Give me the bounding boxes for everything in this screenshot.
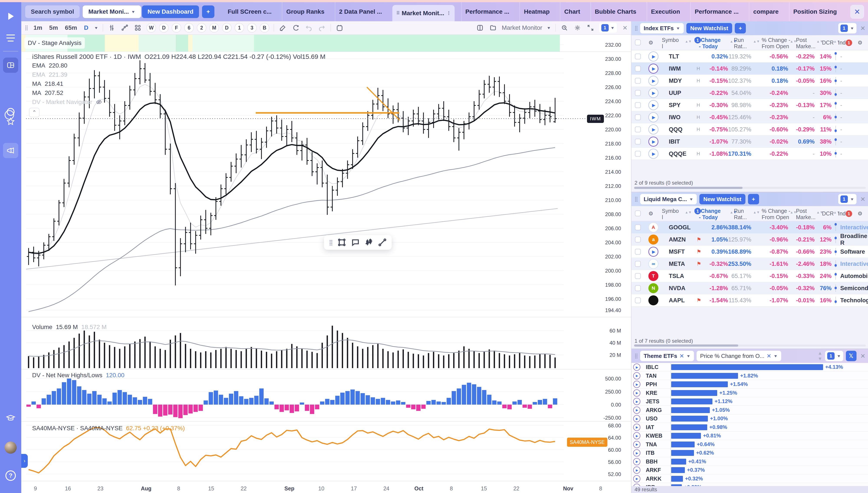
watchlist-row-googl[interactable]: AGOOGL2.86%388.14%-3.40%-0.18%6%Interact… (632, 221, 868, 234)
add-dashboard-button[interactable]: + (202, 5, 214, 18)
tab-heatmap[interactable]: Heatmap (520, 2, 553, 21)
chart-play-icon[interactable]: ▶ (648, 247, 658, 257)
row-checkbox[interactable] (635, 261, 641, 267)
watchlist1-count-dropdown[interactable]: 1▼ (838, 23, 856, 34)
watchlist-row-meta[interactable]: ∞META⚑-0.32%253.50%-1.61%-2.46%18%Intera… (632, 258, 868, 270)
col-change-open[interactable]: % Change -From Open (762, 37, 790, 49)
watchlist2-count-dropdown[interactable]: 1▼ (838, 194, 856, 205)
panel-expander-button[interactable]: › (21, 454, 28, 468)
period-button-3[interactable]: 3 (247, 23, 257, 33)
theme-row-kre[interactable]: ▶KRE+1.25% (632, 389, 868, 397)
drag-handle-icon[interactable]: ⣿ (25, 25, 28, 30)
layout-grid-icon[interactable] (134, 23, 142, 32)
select-all-checkbox[interactable] (635, 211, 641, 216)
chart-play-icon[interactable]: ▶ (633, 475, 640, 483)
watchlist-row-tsla[interactable]: TTSLA-0.67%65.17%-0.15%-0.33%24%Automobi… (632, 270, 868, 282)
app-logo-icon[interactable] (3, 9, 18, 24)
watchlist1-dropdown[interactable]: Index ETFs▼ (640, 23, 684, 34)
row-checkbox[interactable] (635, 273, 641, 279)
sidebar-item-education[interactable] (3, 410, 18, 426)
close-icon[interactable]: ✕ (861, 196, 865, 203)
timeframe-daily[interactable]: D (83, 24, 90, 31)
collapse-pane-button[interactable]: ⌃ (29, 108, 40, 117)
period-button-2[interactable]: 2 (197, 23, 206, 33)
theme-row-bbh[interactable]: ▶BBH+0.41% (632, 457, 868, 466)
undo-icon[interactable] (304, 23, 313, 32)
period-button-1[interactable]: 1 (234, 23, 244, 33)
refresh-icon[interactable] (292, 23, 300, 32)
chart-play-icon[interactable]: ▶ (633, 458, 640, 465)
watchlist-row-tlt[interactable]: ▶TLT0.32%119.32%-0.56%-0.22%14%- (632, 50, 868, 63)
period-button-f[interactable]: F (172, 23, 181, 33)
chart-count-dropdown[interactable]: 1 ▼ (599, 23, 617, 33)
col-symbol[interactable]: Symbol (662, 37, 679, 49)
sidebar-item-dashboards[interactable] (3, 58, 18, 73)
theme-row-kweb[interactable]: ▶KWEB+0.81% (632, 431, 868, 440)
row-checkbox[interactable] (635, 224, 641, 230)
tab-compare[interactable]: compare (749, 2, 782, 21)
folder-icon[interactable] (489, 23, 497, 32)
chart-play-icon[interactable]: ▶ (633, 381, 640, 388)
row-checkbox[interactable] (635, 297, 641, 303)
trendline-tool-icon[interactable] (378, 238, 387, 247)
tab-performance-[interactable]: Performance ... (690, 2, 743, 21)
row-checkbox[interactable] (635, 102, 641, 108)
tab-position-sizing[interactable]: Position Sizing (789, 2, 841, 21)
period-button-b[interactable]: B (260, 23, 269, 33)
row-checkbox[interactable] (635, 90, 641, 96)
stage-analysis-label[interactable]: DV - Stage Analysis (24, 37, 85, 49)
watchlist-row-uup[interactable]: ▶UUP-0.22%54.04%-0.24%-30%- (632, 87, 868, 99)
watchlist-row-ibit[interactable]: ▶IBIT-1.07%77.30%-0.02%0.69%38%- (632, 135, 868, 148)
theme-count-dropdown[interactable]: 1▼ (825, 351, 843, 361)
timeframe-1m[interactable]: 1m (32, 24, 43, 31)
replay-search-icon[interactable] (560, 23, 569, 32)
row-checkbox[interactable] (635, 151, 641, 156)
col-change-today[interactable]: 1 % Change - Today (694, 37, 721, 49)
col-run-rate[interactable]: RunRat... (734, 208, 747, 220)
legend-ema1[interactable]: EMA220.80 (32, 62, 67, 69)
watchlist-row-nvda[interactable]: NNVDA-1.28%65.71%-0.05%-0.32%76%Semicond… (632, 282, 868, 294)
chart-play-icon[interactable]: ▶ (633, 432, 640, 440)
theme-row-ibb[interactable]: ▶IBB+0.29% (632, 483, 868, 486)
timeframe-5m[interactable]: 5m (48, 24, 59, 31)
new-dashboard-button[interactable]: New Dashboard (142, 5, 199, 18)
watchlist-row-iwm[interactable]: ▶IWMH-0.14%89.29%0.18%-0.17%15%- (632, 63, 868, 75)
row-checkbox[interactable] (635, 249, 641, 255)
chart-play-icon[interactable]: ▶ (648, 100, 658, 110)
pattern-tool-icon[interactable] (365, 238, 373, 247)
tab-performance-[interactable]: Performance ... (461, 2, 513, 21)
legend-ma1[interactable]: MA218.41 (32, 80, 63, 87)
tab-2-data-panel-[interactable]: 2 Data Panel ... (335, 2, 386, 21)
tab-execution[interactable]: Execution (647, 2, 684, 21)
theme-row-iblc[interactable]: ▶IBLC+4.13% (632, 363, 868, 371)
tab-bubble-charts[interactable]: Bubble Charts (591, 2, 640, 21)
workspace-name[interactable]: Market Monitor (502, 24, 542, 31)
chart-play-icon[interactable]: ▶ (648, 51, 658, 62)
remove-filter-icon[interactable]: ✕ (680, 353, 684, 360)
comment-tool-icon[interactable] (351, 238, 360, 247)
dashboard-dropdown[interactable]: Market Moni... ▼ (83, 5, 141, 18)
select-all-checkbox[interactable] (635, 40, 641, 45)
period-button-d[interactable]: D (222, 23, 231, 33)
chart-play-icon[interactable]: ▶ (633, 364, 640, 371)
col-post-market[interactable]: PostMarke... (796, 37, 816, 49)
row-checkbox[interactable] (635, 53, 641, 59)
col-symbol[interactable]: Symbol (662, 208, 679, 220)
new-watchlist-button[interactable]: New Watchlist (686, 23, 732, 34)
chart-play-icon[interactable]: ▶ (633, 407, 640, 414)
row-checkbox[interactable] (635, 138, 641, 145)
tab-chart[interactable]: Chart (560, 2, 584, 21)
gear-icon[interactable]: ⚙ (858, 211, 862, 217)
theme-row-itb[interactable]: ▶ITB+0.62% (632, 449, 868, 457)
watchlist2-hscrollbar[interactable] (634, 344, 866, 347)
legend-market-navigator[interactable]: DV - Market Navigator (32, 99, 102, 106)
row-checkbox[interactable] (635, 236, 641, 242)
col-industry[interactable]: Ind1 (838, 211, 846, 217)
theme-row-uso[interactable]: ▶USO+1.00% (632, 414, 868, 423)
watchlist-row-mdy[interactable]: ▶MDYH-0.15%102.37%0.18%-0.05%16%- (632, 75, 868, 87)
add-watchlist-button[interactable]: + (748, 194, 759, 205)
sidebar-item-alerts[interactable] (3, 143, 18, 158)
close-chart-icon[interactable]: ✕ (622, 24, 627, 31)
legend-ema2[interactable]: EMA221.39 (32, 71, 67, 78)
drag-handle-icon[interactable]: ⣿ (635, 353, 638, 359)
